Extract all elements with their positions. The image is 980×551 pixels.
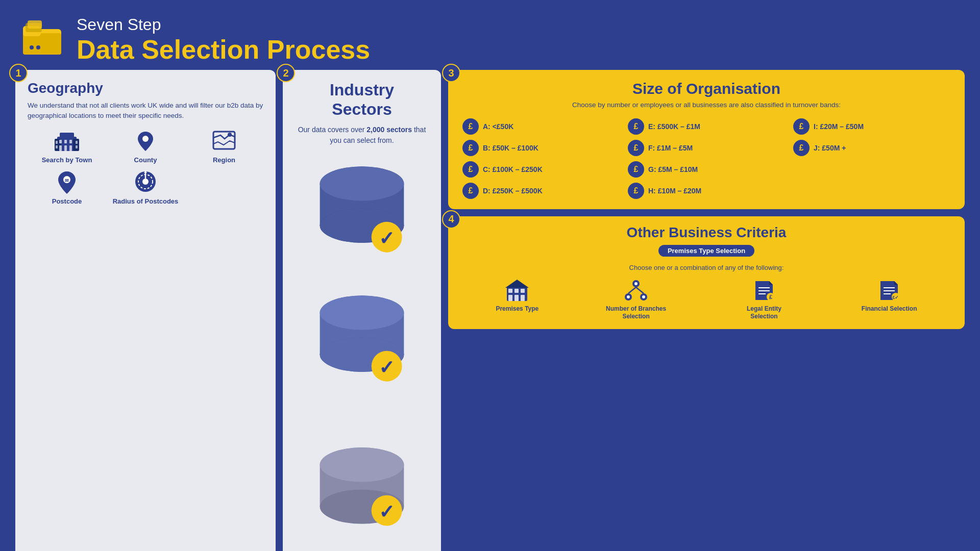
svg-point-24 <box>228 133 232 137</box>
step3-subtitle: Choose by number or employees or all bus… <box>462 101 950 110</box>
step3-card: 3 Size of Organisation Choose by number … <box>448 70 965 209</box>
step1-title: Geography <box>28 80 263 96</box>
svg-rect-64 <box>521 295 525 301</box>
step2-title: IndustrySectors <box>295 80 429 119</box>
postcode-label: Postcode <box>52 197 82 205</box>
criteria-icons-row: Premises Type Number of Branches Sele <box>462 279 950 321</box>
band-j-label: J: £50M + <box>814 144 846 152</box>
building-icon <box>53 128 81 153</box>
step4-title: Other Business Criteria <box>462 224 950 241</box>
svg-rect-21 <box>76 145 78 148</box>
band-b: £ B: £50K – £100K <box>462 140 620 156</box>
band-i: £ I: £20M – £50M <box>793 118 950 135</box>
radius-icon <box>132 169 159 194</box>
svg-text:✓: ✓ <box>379 501 395 522</box>
svg-rect-17 <box>69 145 72 151</box>
svg-rect-13 <box>64 140 67 143</box>
financial-label: Financial Selection <box>862 305 917 313</box>
header-subtitle: Seven Step <box>77 15 370 34</box>
criteria-financial: £✓ Financial Selection <box>862 279 917 313</box>
legal-label: Legal Entity Selection <box>733 305 795 321</box>
premises-badge: Premises Type Selection <box>658 245 754 257</box>
postcode-icon: ✉ <box>53 169 81 194</box>
premises-label: Premises Type <box>496 305 538 313</box>
svg-rect-19 <box>56 145 58 148</box>
header: Seven Step Data Selection Process <box>0 0 980 70</box>
step2-text: Our data covers over 2,000 sectors that … <box>295 124 429 146</box>
size-bands-grid: £ A: <£50K £ E: £500K – £1M £ I: £20M – … <box>462 118 950 199</box>
band-j: £ J: £50M + <box>793 140 950 156</box>
band-f-label: F: £1M – £5M <box>648 144 693 152</box>
band-i-label: I: £20M – £50M <box>814 122 864 131</box>
svg-rect-60 <box>514 289 519 293</box>
svg-rect-11 <box>60 133 74 138</box>
county-label: County <box>134 156 157 164</box>
svg-text:£✓: £✓ <box>893 295 899 300</box>
database-icons: ✓ ✓ ✓ <box>295 153 429 551</box>
band-e-label: E: £500K – £1M <box>648 122 700 131</box>
band-e: £ E: £500K – £1M <box>628 118 785 135</box>
step2-badge: 2 <box>277 64 295 82</box>
step4-subtitle: Choose one or a combination of any of th… <box>462 264 950 271</box>
header-text: Seven Step Data Selection Process <box>77 15 370 65</box>
town-label: Search by Town <box>42 156 92 164</box>
svg-rect-20 <box>76 141 78 144</box>
step4-badge: 4 <box>442 210 460 229</box>
band-h-label: H: £10M – £20M <box>648 187 701 195</box>
svg-text:✉: ✉ <box>65 178 69 183</box>
band-c: £ C: £100K – £250K <box>462 161 620 178</box>
step1-description: We understand that not all clients work … <box>28 101 263 121</box>
svg-point-49 <box>320 447 404 482</box>
radius-label: Radius of Postcodes <box>113 197 179 205</box>
svg-rect-59 <box>508 289 512 293</box>
database-icon-3: ✓ <box>295 411 429 535</box>
svg-point-71 <box>634 282 638 285</box>
step1-badge: 1 <box>9 64 28 82</box>
geo-item-county: County <box>106 128 185 164</box>
band-a-label: A: <£50K <box>483 122 513 131</box>
criteria-premises: Premises Type <box>496 279 538 313</box>
svg-text:✓: ✓ <box>379 227 395 248</box>
region-label: Region <box>213 156 235 164</box>
database-icon-1: ✓ <box>295 153 429 277</box>
svg-line-70 <box>636 287 644 293</box>
band-g: £ G: £5M – £10M <box>628 161 785 178</box>
database-icon-2: ✓ <box>295 282 429 406</box>
svg-point-42 <box>320 295 404 330</box>
financial-icon: £✓ <box>876 279 902 302</box>
step4-card: 4 Other Business Criteria Premises Type … <box>448 216 965 329</box>
svg-point-5 <box>36 45 40 49</box>
step2-card: 2 IndustrySectors Our data covers over 2… <box>283 70 441 551</box>
step3-badge: 3 <box>442 64 460 82</box>
svg-point-4 <box>30 45 34 49</box>
band-c-label: C: £100K – £250K <box>483 165 543 173</box>
criteria-legal: £ Legal Entity Selection <box>733 279 795 321</box>
folder-icon <box>20 19 66 62</box>
svg-text:£: £ <box>769 294 772 300</box>
legal-icon: £ <box>751 279 777 302</box>
svg-rect-15 <box>59 145 62 151</box>
header-title: Data Selection Process <box>77 34 370 65</box>
svg-point-73 <box>642 295 645 298</box>
svg-point-72 <box>627 295 630 298</box>
step3-title: Size of Organisation <box>462 80 950 97</box>
map-pin-icon <box>132 128 159 153</box>
premises-badge-container: Premises Type Selection <box>462 245 950 261</box>
svg-rect-7 <box>28 20 42 29</box>
svg-point-35 <box>320 166 404 201</box>
svg-point-22 <box>142 136 149 142</box>
band-h: £ H: £10M – £20M <box>628 183 785 199</box>
svg-point-29 <box>142 179 149 185</box>
geo-item-radius: Radius of Postcodes <box>106 169 185 205</box>
band-b-label: B: £50K – £100K <box>483 144 538 152</box>
svg-rect-16 <box>64 145 67 151</box>
database-icon-4: ✓ <box>295 541 429 551</box>
band-d-label: D: £250K – £500K <box>483 187 543 195</box>
band-f: £ F: £1M – £5M <box>628 140 785 156</box>
premises-icon <box>504 279 530 302</box>
svg-rect-12 <box>59 140 62 143</box>
svg-rect-14 <box>69 140 72 143</box>
geo-item-postcode: ✉ Postcode <box>28 169 106 205</box>
svg-rect-62 <box>508 295 512 301</box>
step1-card: 1 Geography We understand that not all c… <box>15 70 276 551</box>
